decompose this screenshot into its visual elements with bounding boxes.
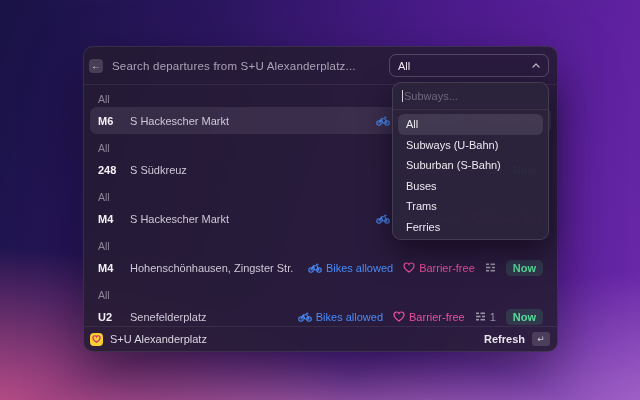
dropdown-filter-placeholder: Subways...: [404, 90, 458, 102]
refresh-action[interactable]: Refresh: [484, 333, 525, 345]
section-header: All: [84, 281, 557, 303]
dropdown-option-subways[interactable]: Subways (U-Bahn): [398, 135, 543, 156]
bike-icon: [376, 214, 390, 224]
footer-station-label: S+U Alexanderplatz: [110, 333, 477, 345]
bvg-app-icon: [90, 333, 103, 346]
destination: Hohenschönhausen, Zingster Str.: [130, 262, 299, 274]
destination: S Südkreuz: [130, 164, 394, 176]
barrier-free-label: Barrier-free: [419, 262, 475, 274]
dropdown-filter-input[interactable]: Subways...: [393, 83, 548, 109]
search-header: ← Search departures from S+U Alexanderpl…: [84, 47, 557, 84]
dropdown-option-all[interactable]: All: [398, 114, 543, 135]
dropdown-option-ferries[interactable]: Ferries: [398, 217, 543, 238]
heart-icon: [393, 311, 405, 322]
line-code: 248: [98, 164, 121, 176]
footer-bar: S+U Alexanderplatz Refresh ↵: [84, 326, 557, 351]
barrier-free-label: Barrier-free: [409, 311, 465, 323]
now-badge: Now: [506, 309, 543, 325]
platform-icon: [485, 262, 496, 273]
departure-row-m4-hohenschoenhausen[interactable]: M4 Hohenschönhausen, Zingster Str. Bikes…: [90, 254, 551, 281]
line-code: U2: [98, 311, 121, 323]
heart-icon: [403, 262, 415, 273]
transit-filter-dropdown: Subways... All Subways (U-Bahn) Suburban…: [392, 82, 549, 240]
search-input[interactable]: Search departures from S+U Alexanderplat…: [112, 60, 380, 72]
bike-icon: [298, 312, 312, 322]
dropdown-options-list: All Subways (U-Bahn) Suburban (S-Bahn) B…: [393, 110, 548, 240]
bvg-heart-icon: [92, 335, 101, 343]
line-code: M4: [98, 262, 121, 274]
now-badge: Now: [506, 260, 543, 276]
platform-number: 1: [490, 311, 496, 323]
dropdown-option-trams[interactable]: Trams: [398, 196, 543, 217]
transit-filter-select[interactable]: All: [389, 54, 549, 77]
destination: S Hackescher Markt: [130, 115, 367, 127]
transit-filter-value: All: [398, 60, 410, 72]
dropdown-option-suburban[interactable]: Suburban (S-Bahn): [398, 155, 543, 176]
line-code: M4: [98, 213, 121, 225]
bikes-label: Bikes allowed: [316, 311, 383, 323]
line-code: M6: [98, 115, 121, 127]
chevron-up-icon: [532, 63, 540, 68]
back-button[interactable]: ←: [89, 59, 103, 73]
text-cursor: [402, 90, 403, 102]
destination: Senefelderplatz: [130, 311, 289, 323]
dropdown-option-buses[interactable]: Buses: [398, 176, 543, 197]
bike-icon: [376, 116, 390, 126]
enter-key-icon: ↵: [532, 332, 550, 346]
back-arrow-icon: ←: [91, 61, 101, 71]
bike-icon: [308, 263, 322, 273]
bikes-label: Bikes allowed: [326, 262, 393, 274]
destination: S Hackescher Markt: [130, 213, 367, 225]
platform-icon: [475, 311, 486, 322]
